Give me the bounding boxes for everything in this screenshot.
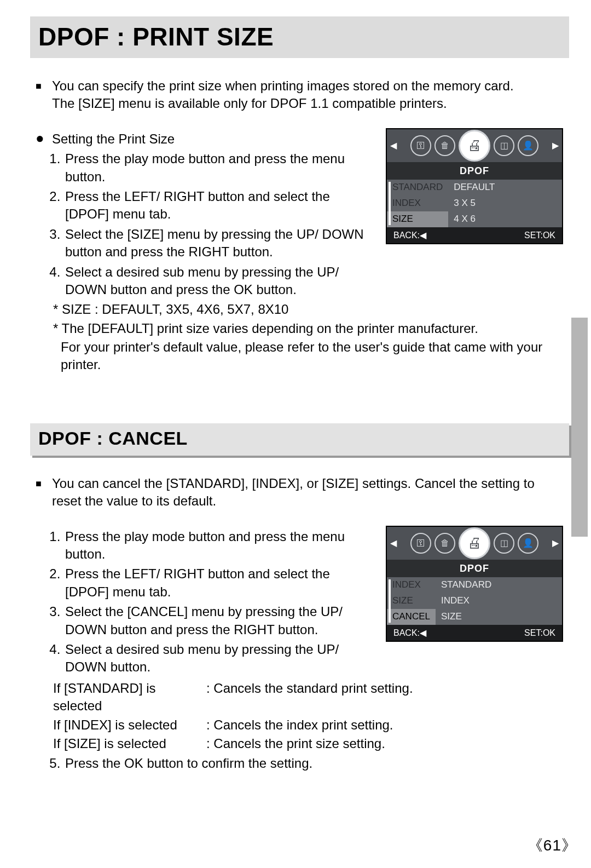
cond-size: If [SIZE] is selected : Cancels the prin… xyxy=(36,735,564,752)
lcd2-right-2: SIZE xyxy=(436,609,591,625)
frame-icon: ◫ xyxy=(494,533,514,554)
cond-standard: If [STANDARD] is selected : Cancels the … xyxy=(36,680,564,715)
lcd-icon-row: ◀ ⚿ 🗑 🖨 ◫ 👤 ▶ xyxy=(387,527,562,560)
cond-index: If [INDEX] is selected : Cancels the ind… xyxy=(36,716,564,734)
step-3: Select the [SIZE] menu by pressing the U… xyxy=(64,226,375,261)
section2-step5-list: Press the OK button to confirm the setti… xyxy=(36,755,564,772)
cond-index-desc: : Cancels the index print setting. xyxy=(206,716,393,734)
lcd2-right-1: INDEX xyxy=(436,593,591,609)
lcd-size: ◀ ⚿ 🗑 🖨 ◫ 👤 ▶ DPOF STANDARD xyxy=(386,128,563,245)
note-default-2: For your printer's default value, please… xyxy=(36,338,564,374)
cond-size-desc: : Cancels the print size setting. xyxy=(206,735,385,752)
square-bullet-icon: ■ xyxy=(36,475,52,510)
print-icon: 🖨 xyxy=(459,527,490,559)
lcd2-left-1: SIZE xyxy=(387,593,436,609)
key-icon: ⚿ xyxy=(410,533,431,554)
lcd1-right-1: 3 X 5 xyxy=(448,196,591,211)
lcd2-left-col: INDEX SIZE CANCEL xyxy=(387,577,436,625)
subheading-text: Setting the Print Size xyxy=(52,130,175,148)
section2-title: DPOF : CANCEL xyxy=(38,428,561,449)
lcd1-left-0: STANDARD xyxy=(387,180,448,196)
dot-bullet-icon: ● xyxy=(36,130,52,148)
lcd1-foot-left: BACK:◀ xyxy=(393,229,426,242)
lcd1-right-0: DEFAULT xyxy=(448,180,591,196)
left-arrow-icon: ◀ xyxy=(390,140,397,152)
s2-step-5: Press the OK button to confirm the setti… xyxy=(64,755,564,772)
print-icon: 🖨 xyxy=(459,130,490,162)
head-icon: 👤 xyxy=(518,135,538,156)
section1-title-bar: DPOF : PRINT SIZE xyxy=(30,16,569,58)
lcd1-left-col: STANDARD INDEX SIZE xyxy=(387,180,448,227)
section1-subheading: ● Setting the Print Size xyxy=(36,130,375,148)
lcd2-left-2: CANCEL xyxy=(387,609,436,625)
lcd2-foot-left: BACK:◀ xyxy=(393,627,426,639)
lcd1-right-col: DEFAULT 3 X 5 4 X 6 xyxy=(448,180,591,227)
lcd1-left-2: SIZE xyxy=(387,211,448,227)
lcd1-right-2: 4 X 6 xyxy=(448,211,591,227)
lcd2-left-0: INDEX xyxy=(387,577,436,593)
cond-size-label: If [SIZE] is selected xyxy=(53,735,206,752)
key-icon: ⚿ xyxy=(410,135,431,156)
lcd-cancel: ◀ ⚿ 🗑 🖨 ◫ 👤 ▶ DPOF INDEX xyxy=(386,526,563,642)
right-arrow-icon: ▶ xyxy=(552,537,559,549)
lcd2-foot-right: SET:OK xyxy=(524,627,555,639)
lcd1-left-1: INDEX xyxy=(387,196,448,211)
s2-step-1: Press the play mode button and press the… xyxy=(64,528,375,564)
section1-steps: Press the play mode button and press the… xyxy=(36,150,375,298)
trash-icon: 🗑 xyxy=(434,135,455,156)
step-1: Press the play mode button and press the… xyxy=(64,150,375,186)
section2-steps: Press the play mode button and press the… xyxy=(36,528,375,676)
section2-title-bar: DPOF : CANCEL xyxy=(30,423,569,456)
page-number: 《61》 xyxy=(528,835,577,856)
s2-step-3: Select the [CANCEL] menu by pressing the… xyxy=(64,603,375,639)
note-default-1: * The [DEFAULT] print size varies depend… xyxy=(36,320,564,337)
section1-title: DPOF : PRINT SIZE xyxy=(38,22,561,51)
frame-icon: ◫ xyxy=(494,135,514,156)
side-tab xyxy=(571,318,588,537)
lcd1-foot-right: SET:OK xyxy=(524,229,555,242)
cond-standard-label: If [STANDARD] is selected xyxy=(53,680,206,715)
intro-line-1: You can specify the print size when prin… xyxy=(52,78,514,93)
square-bullet-icon: ■ xyxy=(36,77,52,113)
cond-standard-desc: : Cancels the standard print setting. xyxy=(206,680,413,715)
left-arrow-icon: ◀ xyxy=(390,537,397,549)
step-2: Press the LEFT/ RIGHT button and select … xyxy=(64,188,375,223)
lcd-icon-row: ◀ ⚿ 🗑 🖨 ◫ 👤 ▶ xyxy=(387,129,562,162)
lcd2-right-col: STANDARD INDEX SIZE xyxy=(436,577,591,625)
intro-line-2: The [SIZE] menu is available only for DP… xyxy=(52,96,447,111)
s2-step-4: Select a desired sub menu by pressing th… xyxy=(64,641,375,676)
cond-index-label: If [INDEX] is selected xyxy=(53,716,206,734)
section1-intro: ■ You can specify the print size when pr… xyxy=(36,77,564,113)
section2-intro-text: You can cancel the [STANDARD], [INDEX], … xyxy=(52,475,564,510)
trash-icon: 🗑 xyxy=(434,533,455,554)
section2-intro: ■ You can cancel the [STANDARD], [INDEX]… xyxy=(36,475,564,510)
note-sizes: * SIZE : DEFAULT, 3X5, 4X6, 5X7, 8X10 xyxy=(36,301,375,318)
lcd2-title: DPOF xyxy=(387,560,562,577)
head-icon: 👤 xyxy=(518,533,538,554)
step-4: Select a desired sub menu by pressing th… xyxy=(64,263,375,299)
lcd1-title: DPOF xyxy=(387,162,562,180)
right-arrow-icon: ▶ xyxy=(552,140,559,152)
s2-step-2: Press the LEFT/ RIGHT button and select … xyxy=(64,565,375,601)
lcd2-right-0: STANDARD xyxy=(436,577,591,593)
